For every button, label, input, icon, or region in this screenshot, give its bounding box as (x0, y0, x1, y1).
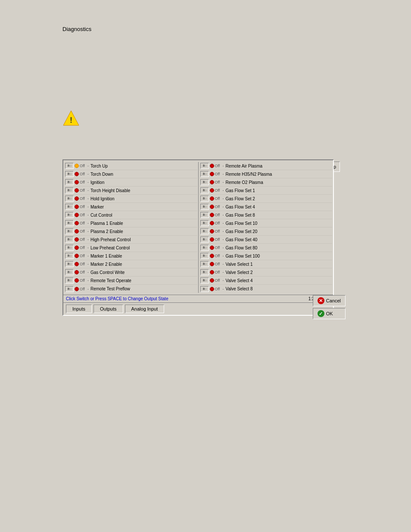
output-row: 🖹□Off-Gas Flow Set 20 (199, 227, 333, 236)
switch-button[interactable]: 🖹□ (65, 212, 74, 218)
switch-button[interactable]: 🖹□ (200, 171, 209, 177)
state-led (210, 221, 214, 225)
separator: - (87, 221, 89, 225)
row-label: Gas Flow Set 8 (226, 213, 255, 218)
switch-button[interactable]: 🖹□ (200, 212, 209, 218)
switch-button[interactable]: 🖹□ (65, 253, 74, 259)
row-label: Marker (90, 205, 104, 209)
switch-button[interactable]: 🖹□ (200, 236, 209, 243)
separator: - (223, 172, 224, 176)
tab-outputs[interactable]: Outputs (93, 305, 123, 313)
switch-button[interactable]: 🖹□ (200, 261, 209, 267)
row-label: Gas Flow Set 1 (226, 188, 255, 193)
switch-button[interactable]: 🖹□ (200, 286, 209, 292)
output-row: 🖹□Off-Gas Flow Set 10 (199, 219, 333, 227)
state-led (210, 237, 214, 242)
separator: - (87, 213, 89, 217)
output-row: 🖹□Off-Torch Down (64, 170, 197, 178)
main-panel: 🖹□Off-Torch Up🖹□Off-Torch Down🖹□Off-Igni… (62, 159, 334, 316)
switch-button[interactable]: 🖹□ (200, 269, 209, 275)
output-row: 🖹□Off-Remote O2 Plasma (199, 178, 333, 187)
row-label: Marker 1 Enable (90, 254, 122, 258)
state-text: Off (215, 254, 222, 258)
separator: - (87, 180, 89, 184)
row-label: Valve Select 2 (226, 270, 253, 275)
separator: - (87, 172, 89, 176)
switch-button[interactable]: 🖹□ (65, 286, 74, 292)
state-led (75, 196, 79, 201)
row-label: Low Preheat Control (90, 246, 130, 250)
state-text: Off (80, 188, 87, 193)
state-text: Off (215, 270, 222, 274)
row-label: Plasma 2 Enable (90, 229, 123, 234)
row-label: Gas Flow Set 10 (226, 221, 258, 226)
state-led (210, 254, 214, 258)
state-led (210, 205, 214, 209)
switch-button[interactable]: 🖹□ (200, 187, 209, 193)
output-row: 🖹□Off-Remote Test Preflow (64, 285, 197, 293)
output-row: 🖹□Off-Gas Flow Set 1 (199, 187, 333, 195)
switch-button[interactable]: 🖹□ (200, 196, 209, 202)
output-row: 🖹□Off-Valve Select 2 (199, 268, 333, 277)
state-text: Off (215, 172, 222, 176)
state-led (75, 270, 79, 274)
status-bar: Click Switch or Press SPACE to Change Ou… (63, 295, 333, 302)
state-led (210, 180, 214, 184)
output-row: 🖹□Off-Gas Flow Set 40 (199, 236, 333, 244)
row-label: Remote Test Preflow (90, 286, 130, 291)
state-text: Off (80, 164, 87, 168)
row-label: Gas Flow Set 4 (226, 205, 255, 209)
switch-button[interactable]: 🖹□ (65, 261, 74, 267)
output-row: 🖹□Off-Marker 2 Enable (64, 260, 197, 268)
state-text: Off (215, 246, 222, 250)
row-label: Torch Height Disable (90, 188, 130, 193)
switch-button[interactable]: 🖹□ (65, 236, 74, 243)
separator: - (223, 246, 224, 250)
state-text: Off (215, 188, 222, 193)
switch-button[interactable]: 🖹□ (65, 171, 74, 177)
state-led (210, 172, 214, 176)
output-row: 🖹□Off-Remote H35/N2 Plasma (199, 170, 333, 178)
switch-button[interactable]: 🖹□ (200, 163, 209, 169)
row-label: Gas Flow Set 2 (226, 196, 255, 201)
cancel-label: Cancel (326, 298, 341, 303)
state-text: Off (80, 246, 87, 250)
switch-button[interactable]: 🖹□ (65, 220, 74, 226)
output-row: 🖹□Off-Gas Flow Set 100 (199, 252, 333, 260)
switch-button[interactable]: 🖹□ (65, 269, 74, 275)
switch-button[interactable]: 🖹□ (200, 220, 209, 226)
switch-button[interactable]: 🖹□ (65, 179, 74, 185)
switch-button[interactable]: 🖹□ (65, 204, 74, 210)
switch-button[interactable]: 🖹□ (65, 163, 74, 169)
ok-button[interactable]: ✓ OK (313, 308, 346, 319)
cancel-button[interactable]: ✕ Cancel (313, 295, 346, 306)
page-title: Diagnostics (62, 26, 91, 32)
switch-button[interactable]: 🖹□ (65, 277, 74, 283)
state-text: Off (215, 180, 222, 184)
separator: - (87, 246, 89, 250)
switch-button[interactable]: 🖹□ (65, 187, 74, 193)
state-led (75, 213, 79, 217)
tab-analog-input[interactable]: Analog Input (125, 305, 165, 313)
state-text: Off (215, 287, 222, 291)
switch-button[interactable]: 🖹□ (200, 179, 209, 185)
switch-button[interactable]: 🖹□ (200, 277, 209, 283)
output-row: 🖹□Off-Hold Ignition (64, 195, 197, 203)
row-label: Valve Select 4 (226, 278, 253, 283)
row-label: Cut Control (90, 213, 112, 218)
row-label: Gas Flow Set 100 (226, 254, 260, 258)
switch-button[interactable]: 🖹□ (200, 228, 209, 234)
switch-button[interactable]: 🖹□ (200, 204, 209, 210)
switch-button[interactable]: 🖹□ (200, 245, 209, 251)
switch-button[interactable]: 🖹□ (65, 196, 74, 202)
switch-button[interactable]: 🖹□ (65, 245, 74, 251)
switch-button[interactable]: 🖹□ (200, 253, 209, 259)
output-row: 🖹□Off-Valve Select 8 (199, 285, 333, 293)
output-row: 🖹□Off-Gas Control Write (64, 268, 197, 277)
state-led (210, 164, 214, 168)
tab-inputs[interactable]: Inputs (66, 305, 92, 313)
row-label: Remote Air Plasma (226, 164, 263, 168)
state-text: Off (215, 237, 222, 242)
switch-button[interactable]: 🖹□ (65, 228, 74, 234)
state-led (75, 164, 79, 168)
